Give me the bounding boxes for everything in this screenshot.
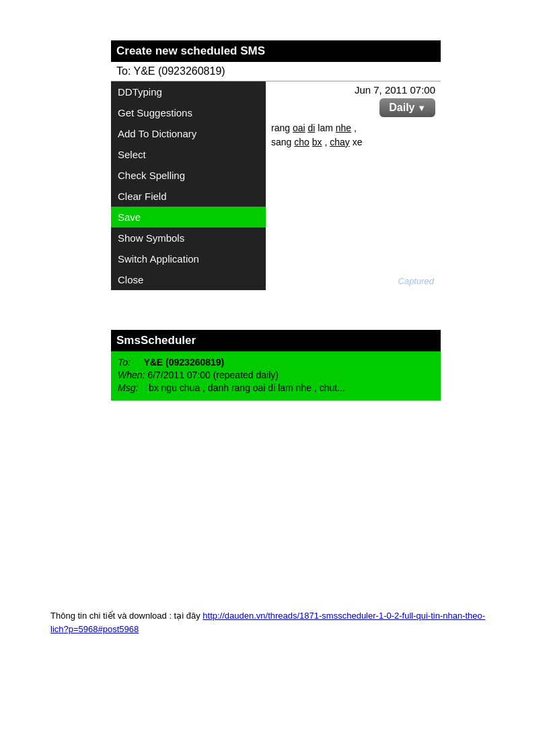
daily-button[interactable]: Daily (379, 98, 435, 117)
to-label: To: (116, 65, 131, 77)
scheduler-to-value: Y&E (0923260819) (143, 357, 224, 368)
menu-item-close[interactable]: Close (111, 269, 266, 290)
scheduler-to-label: To: (118, 357, 131, 368)
message-line2: sang cho bx , chay xe (271, 135, 435, 149)
sms-ui-area: Create new scheduled SMS To: Y&E (092326… (111, 40, 441, 290)
captured-watermark: Captured (398, 276, 434, 286)
scheduler-panel: SmsScheduler To: Y&E (0923260819) When: … (111, 330, 441, 401)
message-text: rang oai di lam nhe , sang cho bx , chay… (271, 121, 435, 149)
sms-header-text: Create new scheduled SMS (116, 44, 265, 57)
scheduler-msg-row: Msg: bx ngu chua , danh rang oai di lam … (118, 382, 434, 393)
sms-header: Create new scheduled SMS (111, 40, 441, 62)
message-line1: rang oai di lam nhe , (271, 121, 435, 135)
word-cho: cho (294, 137, 309, 147)
page: Create new scheduled SMS To: Y&E (092326… (0, 0, 549, 756)
footer-text-before: Thông tin chi tiết và download : tại đây (50, 611, 203, 621)
menu-item-switch-application[interactable]: Switch Application (111, 248, 266, 269)
middle-area: DDTyping Get Suggestions Add To Dictiona… (111, 81, 441, 290)
menu-item-get-suggestions[interactable]: Get Suggestions (111, 102, 266, 123)
menu-item-show-symbols[interactable]: Show Symbols (111, 228, 266, 248)
menu-item-ddtyping[interactable]: DDTyping (111, 81, 266, 102)
menu-item-clear-field[interactable]: Clear Field (111, 186, 266, 207)
word-oai: oai (293, 123, 305, 133)
to-value: Y&E (0923260819) (134, 65, 225, 77)
menu-item-select[interactable]: Select (111, 144, 266, 165)
word-chay: chay (330, 137, 350, 147)
right-panel: Jun 7, 2011 07:00 Daily rang oai di lam … (266, 81, 441, 290)
scheduler-header: SmsScheduler (111, 330, 441, 351)
word-nhe: nhe (336, 123, 351, 133)
date-time: Jun 7, 2011 07:00 (271, 84, 435, 96)
footer: Thông tin chi tiết và download : tại đây… (50, 609, 499, 635)
menu-item-add-to-dictionary[interactable]: Add To Dictionary (111, 123, 266, 144)
word-bx: bx (312, 137, 322, 147)
menu-item-save[interactable]: Save (111, 207, 266, 228)
scheduler-msg-label: Msg: (118, 382, 138, 393)
context-menu: DDTyping Get Suggestions Add To Dictiona… (111, 81, 266, 290)
scheduler-when-row: When: 6/7/2011 07:00 (repeated daily) (118, 370, 434, 380)
scheduler-body: To: Y&E (0923260819) When: 6/7/2011 07:0… (111, 351, 441, 401)
scheduler-to-row: To: Y&E (0923260819) (118, 357, 434, 368)
to-field: To: Y&E (0923260819) (111, 62, 441, 81)
scheduler-msg-value: bx ngu chua , danh rang oai di lam nhe ,… (149, 382, 345, 393)
word-di: di (308, 123, 316, 133)
scheduler-when-label: When: (118, 370, 145, 380)
scheduler-when-value: 6/7/2011 07:00 (repeated daily) (147, 370, 279, 380)
menu-item-check-spelling[interactable]: Check Spelling (111, 165, 266, 186)
